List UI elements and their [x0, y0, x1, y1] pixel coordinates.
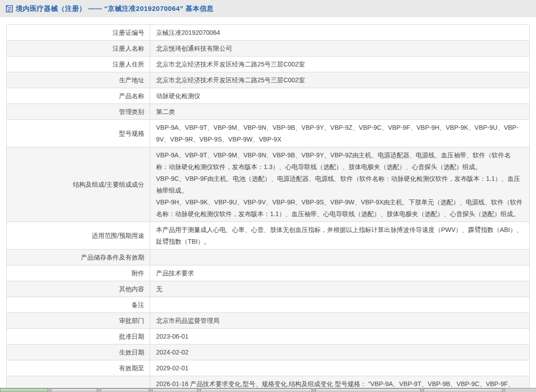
- field-label: 生产地址: [7, 72, 150, 88]
- field-value: [150, 250, 529, 265]
- field-value: VBP-9A、VBP-9T、VBP-9M、VBP-9N、VBP-9B、VBP-9…: [150, 147, 529, 222]
- field-label: 生效日期: [7, 345, 150, 360]
- row-valid-until: 有效期至 2029-02-01: [7, 360, 529, 376]
- row-remarks: 备注: [7, 297, 529, 313]
- field-value: 2029-02-01: [150, 360, 529, 376]
- field-value: 动脉硬化检测仪: [150, 88, 529, 104]
- row-effective-date: 生效日期 2024-02-02: [7, 345, 529, 360]
- field-value: 2024-02-02: [150, 345, 529, 360]
- document-icon: [6, 5, 13, 13]
- start-button[interactable]: [0, 388, 48, 392]
- field-label: 注册人住所: [7, 57, 150, 72]
- taskbar-button[interactable]: [100, 388, 149, 392]
- field-label: 型号规格: [7, 120, 150, 147]
- page: 境内医疗器械（注册） —— “京械注准20192070064” 基本信息 注册证…: [0, 0, 536, 392]
- row-approval-department: 审批部门 北京市药品监督管理局: [7, 313, 529, 329]
- page-title: 境内医疗器械（注册） —— “京械注准20192070064” 基本信息: [16, 5, 213, 13]
- info-table: 注册证编号 京械注准20192070064 注册人名称 北京悦琦创通科技有限公司…: [6, 24, 530, 392]
- row-approval-date: 批准日期 2023-06-01: [7, 329, 529, 345]
- row-registration-number: 注册证编号 京械注准20192070064: [7, 25, 529, 41]
- row-attachment: 附件 产品技术要求: [7, 265, 529, 281]
- taskbar-button[interactable]: [152, 388, 198, 392]
- field-label: 结构及组成/主要组成成分: [7, 147, 150, 222]
- field-value: 北京悦琦创通科技有限公司: [150, 41, 529, 56]
- field-label: 备注: [7, 297, 150, 312]
- field-value: 本产品用于测量成人心电、心率、心音、肢体无创血压指标，并根据以上指标计算出脉搏波…: [150, 222, 529, 249]
- row-management-class: 管理类别 第二类: [7, 104, 529, 120]
- field-label: 其他内容: [7, 281, 150, 297]
- row-registrant-address: 注册人住所 北京市北京经济技术开发区经海二路25号三层C002室: [7, 57, 529, 72]
- row-registrant-name: 注册人名称 北京悦琦创通科技有限公司: [7, 41, 529, 57]
- field-value: VBP-9A、VBP-9T、VBP-9M、VBP-9N、VBP-9B、VBP-9…: [150, 120, 529, 147]
- system-tray[interactable]: [504, 388, 536, 392]
- field-label: 批准日期: [7, 329, 150, 344]
- row-intended-use: 适用范围/预期用途 本产品用于测量成人心电、心率、心音、肢体无创血压指标，并根据…: [7, 222, 529, 250]
- row-other-content: 其他内容 无: [7, 281, 529, 297]
- row-storage-validity: 产品储存条件及有效期: [7, 250, 529, 265]
- field-value: 2023-06-01: [150, 329, 529, 344]
- field-label: 适用范围/预期用途: [7, 222, 150, 249]
- field-label: 附件: [7, 265, 150, 281]
- field-label: 有效期至: [7, 360, 150, 376]
- field-value: 北京市北京经济技术开发区经海二路25号三层C002室: [150, 57, 529, 72]
- field-value: 京械注准20192070064: [150, 25, 529, 40]
- field-label: 注册人名称: [7, 41, 150, 56]
- field-value: 无: [150, 281, 529, 297]
- row-structure-composition: 结构及组成/主要组成成分 VBP-9A、VBP-9T、VBP-9M、VBP-9N…: [7, 147, 529, 222]
- field-label: 注册证编号: [7, 25, 150, 40]
- taskbar-button[interactable]: [51, 388, 97, 392]
- taskbar-button[interactable]: [200, 388, 312, 392]
- field-value: 北京市药品监督管理局: [150, 313, 529, 328]
- page-header: 境内医疗器械（注册） —— “京械注准20192070064” 基本信息: [0, 0, 536, 17]
- taskbar-button[interactable]: [315, 388, 421, 392]
- field-value: 产品技术要求: [150, 265, 529, 281]
- field-value: [150, 297, 529, 312]
- row-production-address: 生产地址 北京市北京经济技术开发区经海二路25号三层C002室: [7, 72, 529, 88]
- field-label: 审批部门: [7, 313, 150, 328]
- taskbar: [0, 388, 536, 392]
- field-label: 产品储存条件及有效期: [7, 250, 150, 265]
- field-label: 产品名称: [7, 88, 150, 104]
- row-model-spec: 型号规格 VBP-9A、VBP-9T、VBP-9M、VBP-9N、VBP-9B、…: [7, 120, 529, 147]
- field-value: 第二类: [150, 104, 529, 119]
- field-value: 北京市北京经济技术开发区经海二路25号三层C002室: [150, 72, 529, 88]
- field-label: 管理类别: [7, 104, 150, 119]
- row-product-name: 产品名称 动脉硬化检测仪: [7, 88, 529, 104]
- taskbar-button[interactable]: [423, 388, 503, 392]
